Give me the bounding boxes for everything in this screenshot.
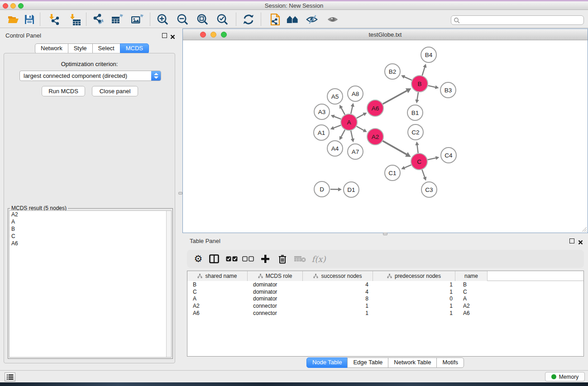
graph-edge-C-C1[interactable] <box>404 165 411 168</box>
table-panel-float-button[interactable] <box>569 238 574 243</box>
select-all-button[interactable] <box>225 250 238 268</box>
graph-node-B[interactable]: B <box>411 76 428 92</box>
graph-node-B4[interactable]: B4 <box>421 47 436 62</box>
zoom-out-button[interactable] <box>177 13 189 25</box>
graph-node-C3[interactable]: C3 <box>421 182 437 197</box>
zoom-selected-button[interactable] <box>216 13 229 25</box>
control-panel-close-button[interactable] <box>170 33 175 41</box>
graph-edge-A-A6[interactable] <box>357 114 364 118</box>
table-row[interactable]: Adominator80A <box>187 295 583 303</box>
resize-grip-icon[interactable] <box>582 227 587 232</box>
mcds-result-item[interactable]: A6 <box>10 240 171 247</box>
export-network-button[interactable] <box>92 13 104 25</box>
graph-edge-A-A8[interactable] <box>351 106 353 114</box>
network-canvas[interactable]: B4B2BB3A8A5A6A3B1AA1C2A2A4A7C4CC1DC3D1 <box>183 40 588 233</box>
column-header-predecessor-nodes[interactable]: predecessor nodes <box>373 271 455 281</box>
task-history-button[interactable] <box>5 372 15 381</box>
tab-style[interactable]: Style <box>68 43 93 54</box>
graph-node-C1[interactable]: C1 <box>385 165 400 181</box>
tab-motifs[interactable]: Motifs <box>436 357 464 368</box>
graph-node-A4[interactable]: A4 <box>327 141 343 156</box>
delete-table-button[interactable] <box>294 250 306 268</box>
graph-node-B1[interactable]: B1 <box>407 105 423 120</box>
tab-node-table[interactable]: Node Table <box>306 357 348 368</box>
search-input[interactable] <box>460 17 583 24</box>
close-panel-button[interactable]: Close panel <box>92 86 138 96</box>
table-row[interactable]: Cdominator41C <box>187 289 583 296</box>
graph-edge-C-C2[interactable] <box>417 145 418 153</box>
memory-button[interactable]: Memory <box>545 372 585 381</box>
network-minimize-button[interactable] <box>210 32 216 38</box>
minimize-window-button[interactable] <box>10 3 16 9</box>
column-header-MCDS-role[interactable]: MCDS role <box>248 271 303 281</box>
mcds-result-item[interactable]: A <box>10 218 171 225</box>
graph-edge-B-B1[interactable] <box>417 92 418 100</box>
show-all-button[interactable] <box>327 13 339 25</box>
close-window-button[interactable] <box>3 3 8 9</box>
graph-edge-B-B4[interactable] <box>422 67 425 76</box>
table-row[interactable]: A2connector11A2 <box>187 303 583 310</box>
graph-edge-A2-C[interactable] <box>383 141 407 154</box>
save-session-button[interactable] <box>23 13 35 25</box>
graph-edge-A6-B[interactable] <box>383 91 407 104</box>
column-header-shared-name[interactable]: shared name <box>187 271 248 281</box>
table-settings-button[interactable]: ⚙ <box>192 250 204 268</box>
table-row[interactable]: A6connector11A6 <box>187 310 583 317</box>
graph-node-C2[interactable]: C2 <box>408 124 423 140</box>
criterion-dropdown[interactable]: largest connected component (directed) <box>19 71 161 81</box>
table-panel-close-button[interactable] <box>578 238 583 247</box>
graph-edge-A-A2[interactable] <box>357 126 364 130</box>
function-builder-button[interactable]: f(x) <box>311 250 326 268</box>
graph-node-A8[interactable]: A8 <box>348 86 363 101</box>
home-button[interactable] <box>287 13 299 25</box>
new-session-button[interactable] <box>268 13 281 25</box>
graph-edge-A-A4[interactable] <box>341 130 345 138</box>
graph-edge-A-A5[interactable] <box>341 108 345 115</box>
horizontal-splitter-handle[interactable] <box>383 233 387 235</box>
table-row[interactable]: Bdominator41B <box>187 281 583 289</box>
graph-edge-B-B3[interactable] <box>428 86 436 87</box>
graph-node-B2[interactable]: B2 <box>385 64 400 79</box>
delete-columns-button[interactable] <box>277 250 288 268</box>
control-panel-float-button[interactable] <box>162 33 167 38</box>
graph-node-A7[interactable]: A7 <box>348 144 363 159</box>
zoom-window-button[interactable] <box>18 3 24 9</box>
mcds-result-list[interactable]: A2ABCA6 <box>9 210 172 357</box>
deselect-all-button[interactable] <box>242 250 254 268</box>
zoom-fit-button[interactable] <box>196 13 209 25</box>
network-graph[interactable]: B4B2BB3A8A5A6A3B1AA1C2A2A4A7C4CC1DC3D1 <box>183 40 588 233</box>
network-close-button[interactable] <box>200 32 206 38</box>
graph-node-D1[interactable]: D1 <box>344 182 359 197</box>
graph-node-A3[interactable]: A3 <box>314 104 330 119</box>
tab-network[interactable]: Network <box>35 43 68 54</box>
graph-node-D[interactable]: D <box>314 181 330 197</box>
graph-edge-A-A7[interactable] <box>351 131 353 139</box>
export-image-button[interactable] <box>131 13 143 25</box>
open-file-button[interactable] <box>7 13 19 25</box>
graph-node-A2[interactable]: A2 <box>367 129 383 145</box>
graph-edge-B-B2[interactable] <box>404 76 412 80</box>
graph-node-C4[interactable]: C4 <box>441 148 456 163</box>
network-zoom-button[interactable] <box>221 32 227 38</box>
mcds-result-item[interactable]: A2 <box>10 211 171 218</box>
run-mcds-button[interactable]: Run MCDS <box>42 86 85 96</box>
import-network-button[interactable] <box>48 13 60 25</box>
vertical-splitter-handle[interactable] <box>178 192 182 195</box>
hide-selected-button[interactable] <box>306 13 318 25</box>
export-table-button[interactable] <box>111 13 124 25</box>
tab-select[interactable]: Select <box>92 43 120 54</box>
graph-node-A5[interactable]: A5 <box>327 89 343 104</box>
mcds-list-scrollbar[interactable] <box>166 211 171 357</box>
graph-node-A6[interactable]: A6 <box>367 100 383 116</box>
column-header-name[interactable]: name <box>455 271 488 281</box>
graph-node-A[interactable]: A <box>341 114 357 130</box>
zoom-in-button[interactable] <box>157 13 169 25</box>
show-columns-button[interactable] <box>208 250 220 268</box>
mcds-result-item[interactable]: C <box>10 233 171 240</box>
tab-mcds[interactable]: MCDS <box>120 43 149 54</box>
graph-edge-A-A3[interactable] <box>334 116 341 119</box>
refresh-button[interactable] <box>242 13 254 25</box>
graph-node-B3[interactable]: B3 <box>440 82 456 98</box>
graph-edge-A-A1[interactable] <box>333 125 341 128</box>
column-header-successor-nodes[interactable]: successor nodes <box>303 271 373 281</box>
